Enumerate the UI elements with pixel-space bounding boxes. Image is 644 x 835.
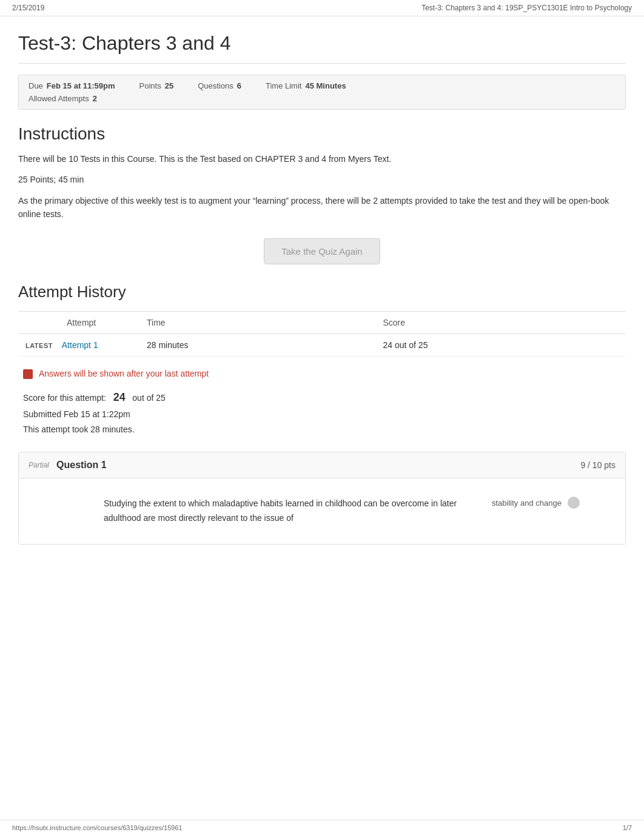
instructions-title: Instructions <box>18 124 626 144</box>
question-header-left: Partial Question 1 <box>29 460 107 471</box>
time-limit-value: 45 Minutes <box>305 81 346 90</box>
questions-value: 6 <box>237 81 241 90</box>
points-value: 25 <box>165 81 173 90</box>
questions-item: Questions 6 <box>198 81 241 90</box>
time-limit-label: Time Limit <box>266 81 301 90</box>
take-quiz-button[interactable]: Take the Quiz Again <box>264 238 380 264</box>
question-answer-col-1: stability and change <box>492 497 613 509</box>
score-details: Score for this attempt: 24 out of 25 Sub… <box>23 387 626 438</box>
footer-url: https://hsutx.instructure.com/courses/63… <box>12 824 183 831</box>
instructions-para2: 25 Points; 45 min <box>18 173 626 186</box>
table-row: LATEST Attempt 1 28 minutes 24 out of 25 <box>18 334 626 356</box>
points-item: Points 25 <box>139 81 174 90</box>
time-limit-item: Time Limit 45 Minutes <box>266 81 346 90</box>
question-title-1: Question 1 <box>56 460 107 471</box>
due-value: Feb 15 at 11:59pm <box>47 81 115 90</box>
allowed-attempts-label: Allowed Attempts <box>29 94 89 103</box>
answer-dot-1 <box>568 497 580 509</box>
question-partial-label: Partial <box>29 461 49 469</box>
meta-row-2: Allowed Attempts 2 <box>29 94 615 103</box>
attempt-history-title: Attempt History <box>18 283 626 301</box>
score-label: Score for this attempt: <box>23 393 106 403</box>
attempt-table: Attempt Time Score LATEST Attempt 1 28 m… <box>18 311 626 357</box>
latest-tag: LATEST Attempt 1 <box>18 334 139 356</box>
footer-page: 1/7 <box>623 824 632 831</box>
col-score-header: Score <box>375 311 626 334</box>
question-block-1: Partial Question 1 9 / 10 pts Studying t… <box>18 452 626 545</box>
score-out-of: out of 25 <box>132 393 166 403</box>
col-attempt-header: Attempt <box>18 311 139 334</box>
attempt-link[interactable]: Attempt 1 <box>62 340 98 350</box>
info-message: Answers will be shown after your last at… <box>39 369 209 378</box>
questions-label: Questions <box>198 81 233 90</box>
attempt-time: 28 minutes <box>139 334 375 356</box>
allowed-attempts-value: 2 <box>93 94 97 103</box>
quiz-button-area: Take the Quiz Again <box>18 238 626 264</box>
due-item: Due Feb 15 at 11:59pm <box>29 81 115 90</box>
meta-row-1: Due Feb 15 at 11:59pm Points 25 Question… <box>29 81 615 90</box>
answer-text-1: stability and change <box>492 498 562 508</box>
page-content: Test-3: Chapters 3 and 4 Due Feb 15 at 1… <box>0 16 644 569</box>
allowed-attempts-item: Allowed Attempts 2 <box>29 94 97 103</box>
instructions-para1: There will be 10 Tests in this Course. T… <box>18 152 626 166</box>
top-bar: 2/15/2019 Test-3: Chapters 3 and 4: 19SP… <box>0 0 644 16</box>
instructions-para3: As the primary objective of this weekly … <box>18 194 626 221</box>
quiz-title: Test-3: Chapters 3 and 4 <box>18 32 626 64</box>
col-time-header: Time <box>139 311 375 334</box>
duration-line: This attempt took 28 minutes. <box>23 422 626 437</box>
info-box: Answers will be shown after your last at… <box>23 369 626 379</box>
due-label: Due <box>29 81 43 90</box>
breadcrumb: Test-3: Chapters 3 and 4: 19SP_PSYC1301E… <box>421 4 632 12</box>
date-label: 2/15/2019 <box>12 4 44 12</box>
footer: https://hsutx.instructure.com/courses/63… <box>0 820 644 835</box>
score-line: Score for this attempt: 24 out of 25 <box>23 387 626 407</box>
question-header-1: Partial Question 1 9 / 10 pts <box>19 452 625 478</box>
question-pts-1: 9 / 10 pts <box>580 460 615 470</box>
score-number: 24 <box>113 391 126 403</box>
attempt-score: 24 out of 25 <box>375 334 626 356</box>
question-text-1: Studying the extent to which maladaptive… <box>31 497 480 526</box>
info-icon <box>23 369 33 379</box>
question-body-1: Studying the extent to which maladaptive… <box>19 478 625 544</box>
points-label: Points <box>139 81 161 90</box>
submitted-line: Submitted Feb 15 at 1:22pm <box>23 407 626 422</box>
quiz-meta: Due Feb 15 at 11:59pm Points 25 Question… <box>18 75 626 110</box>
